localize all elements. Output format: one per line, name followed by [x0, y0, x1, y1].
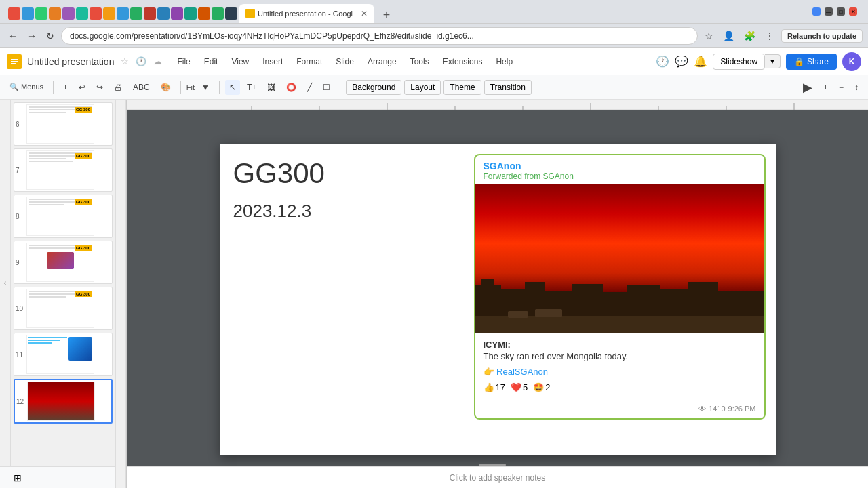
slides-favicon [245, 9, 255, 18]
tg-image [475, 184, 764, 333]
image-insert-btn[interactable]: 🖼 [263, 80, 279, 95]
slideshow-btn[interactable]: Slideshow [713, 54, 765, 70]
zoom-dropdown-btn[interactable]: ▼ [197, 80, 214, 95]
shape-insert-btn[interactable]: ⭕ [282, 80, 300, 95]
reaction-thumbsup[interactable]: 👍 17 [484, 382, 505, 392]
slides-panel-wrapper: ‹ 6 GG 300 7 [0, 100, 116, 488]
slide-canvas[interactable]: GG300 2023.12.3 SGAnon Forwarded from SG… [220, 144, 776, 455]
telegram-card[interactable]: SGAnon Forwarded from SGAnon [474, 154, 766, 420]
relaunch-btn[interactable]: Relaunch to update [781, 29, 863, 43]
slide-badge-10: GG 300 [75, 291, 92, 297]
menu-insert[interactable]: Insert [260, 56, 285, 68]
reaction-heart[interactable]: ❤️ 5 [511, 382, 528, 392]
history-icon-btn[interactable]: 🕐 [656, 55, 669, 68]
notes-placeholder: Click to add speaker notes [450, 473, 545, 483]
fit-slide-btn[interactable]: ↕ [850, 80, 863, 95]
tg-channel: SGAnon [484, 161, 756, 171]
nav-forward-btn[interactable]: → [24, 28, 39, 44]
window-close-btn[interactable]: ✕ [849, 7, 857, 16]
nav-back-btn[interactable]: ← [5, 28, 20, 44]
history-btn[interactable]: 🕐 [136, 56, 146, 66]
menu-edit[interactable]: Edit [201, 56, 221, 68]
spellcheck-btn[interactable]: ABC [129, 80, 154, 95]
window-maximize-btn[interactable]: □ [837, 7, 845, 16]
slideshow-dropdown-btn[interactable]: ▼ [765, 54, 781, 68]
menu-format[interactable]: Format [294, 56, 325, 68]
message-time: 9:26 PM [728, 405, 756, 413]
slide-badge-6: GG 300 [75, 107, 92, 113]
search-menu-btn[interactable]: 🔍 Menus [5, 80, 47, 94]
active-browser-tab[interactable]: Untitled presentation - Google Slides ✕ [239, 4, 374, 23]
nav-reload-btn[interactable]: ↻ [43, 28, 57, 44]
slide-preview-7: GG 300 [26, 150, 94, 190]
resize-handle[interactable] [479, 464, 506, 466]
slide-thumb-7[interactable]: 7 GG 300 [14, 148, 113, 192]
window-controls: — □ ✕ [807, 7, 863, 16]
menu-file[interactable]: File [174, 56, 193, 68]
line-insert-btn[interactable]: ╱ [303, 80, 316, 95]
svg-rect-3 [11, 63, 16, 64]
bell-btn[interactable]: 🔔 [694, 55, 707, 68]
main-layout: ‹ 6 GG 300 7 [0, 100, 868, 488]
address-bar[interactable] [61, 27, 698, 45]
grid-view-btn[interactable]: ⊞ [14, 472, 22, 483]
menu-extensions[interactable]: Extensions [440, 56, 486, 68]
reaction-starstruck[interactable]: 🤩 2 [533, 382, 550, 392]
extensions-btn[interactable]: 🧩 [741, 28, 758, 44]
zoom-in-btn[interactable]: + [819, 80, 832, 95]
paint-format-btn[interactable]: 🎨 [157, 80, 175, 95]
tg-message: The sky ran red over Mongolia today. [484, 351, 756, 361]
cloud-btn[interactable]: ☁ [153, 56, 162, 66]
slide-preview-12 [27, 382, 95, 421]
tab-close-btn[interactable]: ✕ [361, 9, 368, 18]
print-btn[interactable]: 🖨 [110, 80, 126, 95]
select-tool-btn[interactable]: ↖ [225, 80, 240, 95]
bottom-panel-bar: ⊞ [0, 466, 116, 488]
slide-thumb-10[interactable]: 10 GG 300 [14, 287, 113, 330]
profile-btn[interactable]: 👤 [720, 28, 737, 44]
undo-btn[interactable]: + [59, 80, 72, 95]
zoom-out-btn[interactable]: − [835, 80, 848, 95]
new-tab-btn[interactable]: + [378, 7, 395, 23]
layout-btn[interactable]: Layout [404, 80, 441, 95]
slide-thumb-12[interactable]: 12 [14, 379, 113, 424]
nav-bar: ← → ↻ ☆ 👤 🧩 ⋮ Relaunch to update [0, 24, 868, 48]
star-btn[interactable]: ☆ [121, 56, 129, 66]
tg-reactions: 👍 17 ❤️ 5 🤩 2 [484, 382, 756, 392]
menu-arrange[interactable]: Arrange [365, 56, 399, 68]
text-insert-btn[interactable]: T+ [243, 80, 260, 95]
slide-thumb-8[interactable]: 8 GG 300 [14, 195, 113, 238]
browser-menu-btn[interactable]: ⋮ [762, 28, 777, 44]
menu-view[interactable]: View [229, 56, 252, 68]
user-avatar[interactable]: K [842, 52, 861, 71]
zoom-label: Fit [186, 83, 195, 92]
menu-tools[interactable]: Tools [408, 56, 432, 68]
presenter-tools-btn[interactable]: ▶ [799, 77, 816, 98]
menu-bar: File Edit View Insert Format Slide Arran… [174, 56, 515, 68]
share-btn[interactable]: 🔒 Share [786, 54, 837, 70]
menu-slide[interactable]: Slide [333, 56, 357, 68]
slide-thumb-11[interactable]: 11 [14, 333, 113, 376]
slide-preview-8: GG 300 [26, 197, 94, 236]
undo-arrow-btn[interactable]: ↩ [75, 80, 90, 95]
window-minimize-btn[interactable]: — [825, 7, 833, 16]
bookmark-btn[interactable]: ☆ [702, 28, 716, 44]
svg-rect-28 [508, 311, 528, 318]
slide-thumb-6[interactable]: 6 GG 300 [14, 102, 113, 146]
slide-thumb-9[interactable]: 9 GG 300 [14, 241, 113, 284]
slide-badge-8: GG 300 [75, 199, 92, 205]
theme-btn[interactable]: Theme [443, 80, 481, 95]
comment-insert-btn[interactable]: ☐ [319, 80, 334, 95]
transition-btn[interactable]: Transition [484, 80, 532, 95]
redo-btn[interactable]: ↪ [92, 80, 107, 95]
background-btn[interactable]: Background [346, 80, 401, 95]
app-title: Untitled presentation [27, 56, 114, 67]
window-restore-btn[interactable] [812, 7, 821, 16]
header-right: 🕐 💬 🔔 Slideshow ▼ 🔒 Share K [656, 52, 861, 71]
menu-help[interactable]: Help [493, 56, 515, 68]
collapse-panel-btn[interactable]: ‹ [0, 100, 11, 466]
share-label: Share [807, 57, 829, 66]
tg-author: 👉 RealSGAnon [484, 367, 756, 377]
comments-btn[interactable]: 💬 [675, 55, 688, 68]
notes-bar[interactable]: Click to add speaker notes [127, 466, 868, 488]
